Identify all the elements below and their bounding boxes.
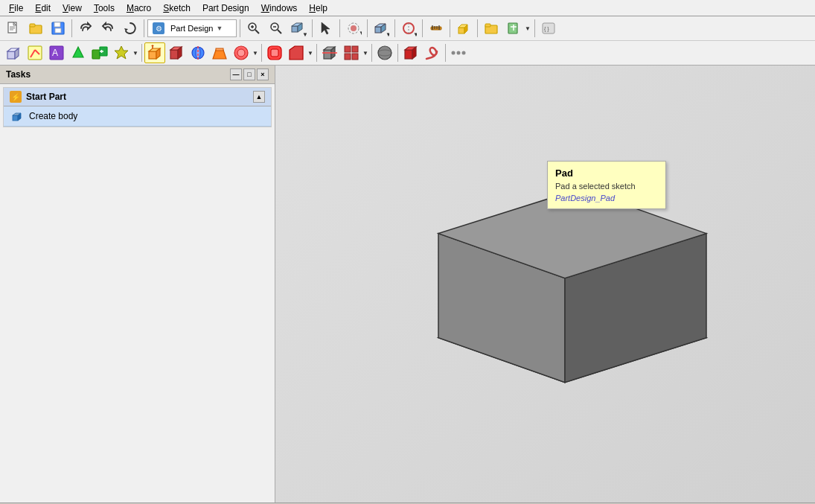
panel-maximize-button[interactable]: □: [243, 68, 255, 80]
svg-marker-10: [124, 28, 128, 31]
svg-marker-22: [322, 22, 330, 34]
open-button[interactable]: [25, 18, 46, 39]
part-button[interactable]: [453, 18, 474, 39]
folder-button[interactable]: [481, 18, 502, 39]
undo-button[interactable]: [75, 18, 96, 39]
export-button-arrow[interactable]: ▼: [524, 18, 531, 39]
points-button-group: ▼: [111, 42, 139, 63]
svg-line-16: [278, 30, 281, 34]
clone-button[interactable]: [89, 42, 110, 63]
svg-rect-90: [405, 50, 412, 59]
draw-style-button[interactable]: ▼: [343, 18, 364, 39]
export-button[interactable]: [503, 18, 524, 39]
svg-text:{  }: { }: [544, 26, 549, 32]
svg-point-24: [351, 25, 357, 31]
svg-rect-8: [54, 22, 60, 27]
menu-file[interactable]: File: [3, 1, 29, 15]
svg-rect-6: [30, 24, 35, 27]
start-part-collapse-button[interactable]: ▲: [253, 91, 265, 103]
chamfer-button-group: ▼: [286, 42, 314, 63]
viewport-background: Pad Pad a selected sketch PartDesign_Pad: [275, 66, 815, 503]
svg-point-71: [196, 47, 200, 59]
svg-text:A: A: [52, 48, 58, 58]
svg-rect-84: [345, 46, 351, 52]
menu-tools[interactable]: Tools: [88, 1, 121, 15]
separator-2: [144, 19, 144, 37]
refresh-button[interactable]: [120, 18, 141, 39]
workbench-icon: ⚙: [153, 22, 164, 34]
separator-t1: [141, 44, 142, 62]
start-part-section: ⚡ Start Part ▲ Create body: [3, 87, 272, 127]
start-part-title: Start Part: [26, 92, 249, 102]
viewport[interactable]: Pad Pad a selected sketch PartDesign_Pad: [275, 66, 815, 503]
menu-macro[interactable]: Macro: [121, 1, 157, 15]
separator-t2: [261, 44, 262, 62]
separator-t3: [316, 44, 317, 62]
pad-button[interactable]: [144, 42, 165, 63]
measure-button[interactable]: [426, 18, 447, 39]
standard-views-button[interactable]: ▼: [288, 18, 309, 39]
tooltip-description: Pad a selected sketch: [555, 182, 658, 191]
panel-minimize-button[interactable]: —: [230, 68, 242, 80]
menu-windows[interactable]: Windows: [255, 1, 304, 15]
svg-rect-80: [324, 50, 331, 59]
more-additive-button[interactable]: [231, 42, 252, 63]
menu-edit[interactable]: Edit: [29, 1, 57, 15]
svg-point-30: [403, 23, 414, 34]
panel-header: Tasks — □ ×: [0, 66, 275, 84]
menu-sketch[interactable]: Sketch: [157, 1, 196, 15]
pattern-button-group: ▼: [341, 42, 369, 63]
menu-part-design[interactable]: Part Design: [196, 1, 255, 15]
new-button[interactable]: [3, 18, 24, 39]
svg-rect-26: [375, 27, 381, 33]
workbench-dropdown-arrow: ▼: [216, 25, 223, 32]
svg-text:▼: ▼: [302, 31, 307, 36]
more-additive-button-group: ▼: [231, 42, 259, 63]
fillet-button[interactable]: [264, 42, 285, 63]
pattern-button[interactable]: [341, 42, 362, 63]
json-button[interactable]: { }: [538, 18, 559, 39]
section-button[interactable]: [319, 42, 340, 63]
select-button[interactable]: [316, 18, 336, 39]
sphere-button[interactable]: [374, 42, 395, 63]
svg-point-88: [378, 46, 391, 60]
create-body-label: Create body: [29, 111, 77, 121]
points-button[interactable]: [111, 42, 132, 63]
menu-help[interactable]: Help: [303, 1, 333, 15]
points-button-arrow[interactable]: ▼: [132, 42, 139, 63]
attach-sketch-button[interactable]: A: [46, 42, 67, 63]
separator-1: [71, 19, 72, 37]
sketch-button[interactable]: [25, 42, 45, 63]
subtractive-pipe-button[interactable]: [400, 42, 421, 63]
separator-8: [422, 19, 423, 37]
zoom-in-button[interactable]: [243, 18, 264, 39]
redo-button[interactable]: [98, 18, 118, 39]
chamfer-arrow[interactable]: ▼: [307, 42, 314, 63]
more-button[interactable]: [448, 42, 469, 63]
view-cube-button[interactable]: ▼: [371, 18, 391, 39]
separator-t5: [397, 44, 398, 62]
subtractive-helix-button[interactable]: [422, 42, 443, 63]
pattern-arrow[interactable]: ▼: [362, 42, 369, 63]
menubar: File Edit View Tools Macro Sketch Part D…: [0, 0, 815, 16]
face-button[interactable]: [68, 42, 89, 63]
svg-rect-67: [170, 50, 178, 59]
workbench-selector[interactable]: ⚙ Part Design ▼: [147, 19, 237, 37]
pocket-button[interactable]: [166, 42, 187, 63]
part-design-body-button[interactable]: [3, 42, 24, 63]
svg-rect-85: [352, 46, 358, 52]
create-body-item[interactable]: Create body: [4, 106, 271, 127]
panel-close-button[interactable]: ×: [257, 68, 269, 80]
save-button[interactable]: [48, 18, 68, 39]
tooltip-title: Pad: [555, 168, 658, 179]
more-additive-arrow[interactable]: ▼: [252, 42, 259, 63]
additive-loft-button[interactable]: [209, 42, 230, 63]
menu-view[interactable]: View: [57, 1, 88, 15]
chamfer-button[interactable]: [286, 42, 307, 63]
svg-text:▼: ▼: [413, 31, 417, 36]
tooltip-popup: Pad Pad a selected sketch PartDesign_Pad: [547, 161, 666, 209]
zoom-fit-button[interactable]: [266, 18, 287, 39]
svg-rect-42: [485, 24, 490, 27]
stereo-button[interactable]: ▼: [398, 18, 419, 39]
revolution-button[interactable]: [188, 42, 208, 63]
